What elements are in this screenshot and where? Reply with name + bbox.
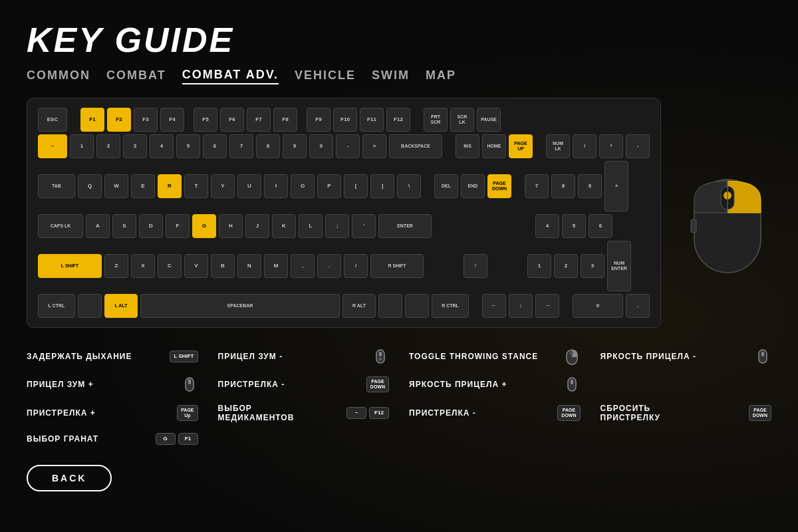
- tab-combat-adv[interactable]: COMBAT ADV.: [182, 68, 279, 84]
- binding-keys-reset-zero: PAGEDOWN: [749, 405, 771, 422]
- key-row-asdf: CAPS LK A S D F G H J K L ; ' ENTER 4 5: [38, 214, 650, 238]
- binding-label-zeroing-minus: ПРИСТРЕЛКА -: [218, 380, 360, 389]
- key-row-num: ~ 1 2 3 4 5 6 7 8 9 0 - = BACKSPACE INS …: [38, 134, 650, 158]
- key-lwin: [78, 294, 102, 318]
- binding-mouse-right: [563, 348, 581, 365]
- key-ins: INS: [456, 134, 479, 158]
- key-7: 7: [229, 134, 253, 158]
- key-up: ↑: [464, 254, 487, 278]
- mouse-scroll-down-icon: [372, 348, 388, 364]
- key-y: Y: [211, 174, 235, 198]
- key-a: A: [86, 214, 110, 238]
- binding-key-lshift: L SHIFT: [170, 350, 198, 362]
- key-m: M: [264, 254, 288, 278]
- key-num2: 2: [554, 254, 578, 278]
- key-num-plus: +: [604, 161, 628, 211]
- key-pause: PAUSE: [477, 108, 501, 132]
- key-tab: TAB: [38, 174, 75, 198]
- key-enter: ENTER: [378, 214, 432, 238]
- key-num7: 7: [525, 174, 549, 198]
- key-backspace: BACKSPACE: [389, 134, 442, 158]
- key-num-slash: /: [573, 134, 597, 158]
- mouse-icon-2: [564, 376, 580, 392]
- binding-mouse-scroll4: [563, 376, 581, 393]
- binding-keys-zeroing-plus: PAGEUp: [177, 405, 198, 422]
- key-comma: ,: [291, 254, 315, 278]
- key-e: E: [131, 174, 155, 198]
- binding-mouse-scroll3: [754, 348, 771, 365]
- tab-swim[interactable]: SWIM: [372, 68, 410, 84]
- key-minus: -: [336, 134, 360, 158]
- page-title: KEY GUIDE: [27, 20, 771, 60]
- binding-keys-zoom-minus: [372, 348, 389, 365]
- binding-label-zoom-minus: ПРИЦЕЛ ЗУМ -: [218, 352, 366, 361]
- key-4: 4: [150, 134, 174, 158]
- key-6: 6: [203, 134, 227, 158]
- binding-label-grenades: ВЫБОР ГРАНАТ: [27, 434, 149, 444]
- binding-label-zeroing2: ПРИСТРЕЛКА -: [409, 408, 551, 418]
- key-prtscr: PRTSCR: [424, 108, 448, 132]
- binding-label-throw-stance: Toggle Throwing Stance: [409, 352, 557, 361]
- binding-breath: ЗАДЕРЖАТЬ ДЫХАНИЕ L SHIFT: [27, 348, 198, 365]
- binding-brightness-minus: ЯРКОСТЬ ПРИЦЕЛА -: [600, 348, 772, 365]
- binding-key-pgdn2: PAGEDOWN: [557, 405, 580, 422]
- key-w: W: [104, 174, 128, 198]
- key-q: Q: [78, 174, 102, 198]
- binding-empty1: [600, 376, 772, 393]
- key-g: G: [192, 214, 216, 238]
- key-o: O: [291, 174, 315, 198]
- key-num8: 8: [551, 174, 575, 198]
- key-5: 5: [176, 134, 200, 158]
- mouse-right-icon: [563, 348, 581, 365]
- binding-zoom-plus: ПРИЦЕЛ ЗУМ +: [27, 376, 198, 393]
- key-x: X: [131, 254, 155, 278]
- binding-key-pgdn: PAGEDOWN: [366, 376, 389, 393]
- key-numenter: NUMENTER: [607, 241, 631, 291]
- binding-keys-zeroing2: PAGEDOWN: [557, 405, 580, 422]
- binding-zeroing-plus: ПРИСТРЕЛКА + PAGEUp: [27, 404, 198, 422]
- binding-reset-zero: СБРОСИТЬ ПРИСТРЕЛКУ PAGEDOWN: [600, 404, 772, 422]
- key-rshift: R SHIFT: [370, 254, 424, 278]
- tab-combat[interactable]: COMBAT: [106, 68, 166, 84]
- key-caps: CAPS LK: [38, 214, 83, 238]
- key-v: V: [184, 254, 208, 278]
- key-tilde: ~: [38, 134, 67, 158]
- binding-keys-brightness-minus: [754, 348, 771, 365]
- binding-keys-zoom-plus: [181, 376, 198, 393]
- key-d: D: [139, 214, 163, 238]
- binding-keys-throw-stance: [563, 348, 581, 365]
- key-down: ↓: [509, 294, 533, 318]
- key-row-bottom: L CTRL L ALT SPACEBAR R ALT R CTRL ← ↓ →…: [38, 294, 650, 318]
- tab-common[interactable]: COMMON: [27, 68, 90, 84]
- key-pgdn: PAGEDOWN: [487, 174, 511, 198]
- binding-medkit: ВЫБОР МЕДИКАМЕНТОВ ~ F12: [218, 404, 390, 422]
- key-h: H: [219, 214, 243, 238]
- key-space: SPACEBAR: [140, 294, 340, 318]
- key-2: 2: [96, 134, 120, 158]
- key-scrlk: SCRLK: [450, 108, 474, 132]
- key-pgup: PAGEUP: [509, 134, 533, 158]
- key-num6: 6: [589, 214, 612, 238]
- key-backslash: \: [397, 174, 421, 198]
- key-t: T: [184, 174, 208, 198]
- key-j: J: [245, 214, 269, 238]
- key-num0: 0: [573, 294, 623, 318]
- key-f7: F7: [247, 108, 271, 132]
- key-rctrl: R CTRL: [432, 294, 469, 318]
- key-num5: 5: [562, 214, 586, 238]
- back-button[interactable]: BACK: [27, 465, 112, 491]
- svg-rect-11: [761, 352, 764, 356]
- mouse-illustration: [684, 146, 771, 279]
- key-home: HOME: [482, 134, 506, 158]
- tab-vehicle[interactable]: VEHICLE: [295, 68, 356, 84]
- key-equals: =: [362, 134, 386, 158]
- key-ralt: R ALT: [342, 294, 376, 318]
- key-f3: F3: [134, 108, 158, 132]
- key-rbracket: ]: [370, 174, 394, 198]
- binding-label-zoom-plus: ПРИЦЕЛ ЗУМ +: [27, 380, 174, 389]
- key-f2: F2: [107, 108, 131, 132]
- key-num4: 4: [535, 214, 559, 238]
- binding-label-brightness-minus: ЯРКОСТЬ ПРИЦЕЛА -: [600, 352, 748, 361]
- tab-map[interactable]: MAP: [426, 68, 456, 84]
- bindings-grid: ЗАДЕРЖАТЬ ДЫХАНИЕ L SHIFT ПРИЦЕЛ ЗУМ - T…: [27, 348, 771, 458]
